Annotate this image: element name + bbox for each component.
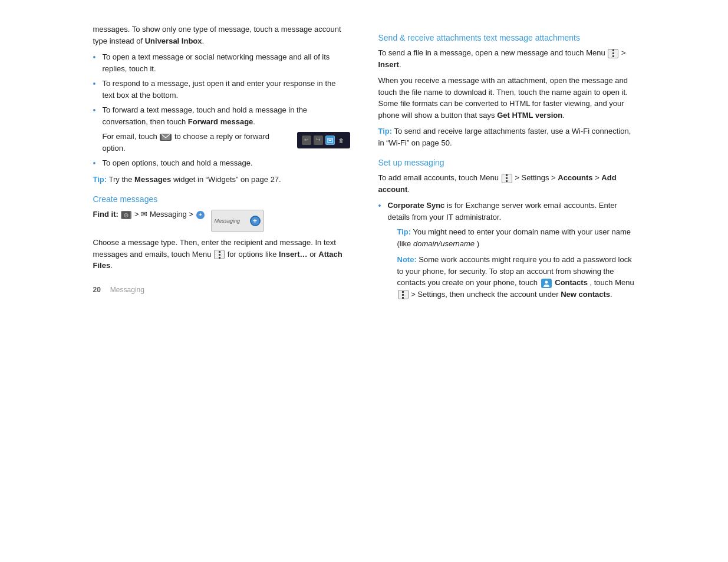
corp-sync-indented: Tip: You might need to enter your domain… [397, 226, 635, 300]
svg-point-7 [545, 280, 548, 283]
menu-icon [214, 250, 225, 259]
list-item: To respond to a message, just open it an… [93, 78, 350, 101]
menu-icon-3 [502, 174, 512, 183]
setup-messaging-heading: Set up messaging [378, 158, 635, 167]
intro-paragraph: messages. To show only one type of messa… [93, 24, 350, 47]
corporate-sync-item: Corporate Sync is for Exchange server wo… [378, 200, 635, 300]
tip1: Tip: Try the Messages widget in “Widgets… [93, 174, 350, 186]
trash-btn: 🗑 [337, 136, 345, 144]
email-icon [160, 134, 172, 141]
corp-tip: Tip: You might need to enter your domain… [397, 226, 635, 249]
svg-rect-2 [327, 138, 333, 139]
attachment-receive-para: When you receive a message with an attac… [378, 75, 635, 121]
compose-plus-icon: + [196, 211, 205, 219]
setup-bullet-list: Corporate Sync is for Exchange server wo… [378, 200, 635, 300]
attachment-send-para: To send a file in a message, open a new … [378, 47, 635, 70]
find-it-row: Find it: > ✉ Messaging > + Messaging [93, 209, 350, 232]
corp-note: Note: Some work accounts might require y… [397, 254, 635, 300]
email-forward-text: For email, touch to choose a reply or fo… [103, 131, 292, 154]
list-item: To forward a text message, touch and hol… [93, 104, 350, 154]
two-column-layout: messages. To show only one type of messa… [93, 24, 635, 305]
find-it-content: Find it: > ✉ Messaging > + [93, 209, 205, 221]
reply-btn: ↩ [302, 135, 311, 145]
list-item: To open options, touch and hold a messag… [93, 157, 350, 169]
left-column: messages. To show only one type of messa… [93, 24, 350, 305]
menu-icon-2 [608, 49, 618, 58]
forward-screenshot: ↩ ↪ 🗑 [297, 132, 350, 148]
messaging-screenshot: Messaging + [211, 210, 264, 232]
contacts-icon [541, 279, 552, 288]
page-container: messages. To show only one type of messa… [0, 0, 728, 562]
setup-para: To add email accounts, touch Menu > Sett… [378, 172, 635, 195]
create-message-para: Choose a message type. Then, enter the r… [93, 237, 350, 272]
launcher-icon [121, 211, 131, 219]
forward-btn: ↪ [314, 135, 323, 145]
main-bullet-list: To open a text message or social network… [93, 51, 350, 169]
page-footer: 20 Messaging [93, 286, 350, 294]
attachments-heading: Send & receive attachments text message … [378, 33, 635, 42]
create-messages-heading: Create messages [93, 194, 350, 204]
archive-btn [325, 135, 335, 145]
right-column: Send & receive attachments text message … [378, 24, 635, 305]
svg-point-6 [126, 214, 127, 216]
menu-icon-4 [398, 290, 409, 299]
list-item: To open a text message or social network… [93, 51, 350, 74]
msg-add-button: + [250, 216, 261, 226]
attachment-tip: Tip: To send and receive large attachmen… [378, 125, 635, 148]
